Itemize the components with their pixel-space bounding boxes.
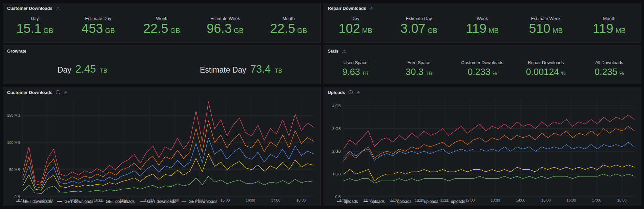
legend-item[interactable]: GET downloads <box>182 199 217 204</box>
stat-label: Week <box>156 16 167 21</box>
stat-unit: MB <box>362 27 372 34</box>
legend-item[interactable]: uploads <box>337 199 358 204</box>
stat-label: Week <box>477 16 488 21</box>
legend-item[interactable]: GET downloads <box>99 199 134 204</box>
panel-title[interactable]: Customer Downloads <box>7 90 53 95</box>
legend-label: GET downloads <box>147 199 176 204</box>
time-series-chart[interactable]: 0 B50 MB100 MB150 MB07:0008:0009:0010:00… <box>6 96 318 198</box>
legend-swatch-icon <box>417 201 422 202</box>
stat-day: Day 2.45 TB <box>3 63 162 75</box>
panel-title[interactable]: Growrate <box>7 49 26 54</box>
stat-label: Month <box>283 16 295 21</box>
legend-swatch-icon <box>363 201 368 202</box>
warning-icon[interactable]: ⚠ <box>64 90 68 95</box>
legend-swatch-icon <box>182 201 186 202</box>
stat-unit: % <box>493 71 497 76</box>
stat-value: 9.63TB <box>342 67 369 77</box>
stat-label: Estimate Week <box>531 16 560 21</box>
series-line <box>23 138 314 188</box>
legend-swatch-icon <box>444 201 449 202</box>
stat-row: Day 2.45 TB Estimate Day 73.4 TB <box>3 54 320 84</box>
stat-used-space: Used Space 9.63TB <box>324 60 387 77</box>
stat-unit: MB <box>616 27 626 34</box>
svg-text:1 GB: 1 GB <box>332 172 340 176</box>
legend-item[interactable]: uploads <box>417 199 438 204</box>
stat-month: Month 22.5GB <box>257 16 320 36</box>
stat-estimate-day: Estimate Day 73.4 TB <box>162 63 320 75</box>
legend-item[interactable]: GET downloads <box>57 199 93 204</box>
series-line <box>23 176 314 193</box>
stat-value: 3.07GB <box>400 22 437 36</box>
stat-value: 0.235% <box>595 67 624 77</box>
stat-number: 96.3 <box>207 22 232 36</box>
panel-customer-downloads-stats: Customer Downloads ⚠ Day 15.1GB Estimate… <box>3 3 321 43</box>
stat-number: 510 <box>529 22 550 36</box>
stat-number: 30.3 <box>406 67 424 77</box>
panel-stats: Stats ⚠ Used Space 9.63TB Free Space 30.… <box>324 45 642 84</box>
panel-header: Customer Downloads ⚠ <box>3 3 320 12</box>
warning-icon[interactable]: ⚠ <box>356 90 361 95</box>
stat-customer-downloads: Customer Downloads 0.233% <box>451 60 514 77</box>
stat-estimate-week: Estimate Week 510MB <box>514 16 577 36</box>
panel-title[interactable]: Stats <box>328 49 339 54</box>
legend-swatch-icon <box>99 201 103 202</box>
stat-number: 102 <box>338 22 360 36</box>
stat-unit: TB <box>362 71 369 76</box>
stat-number: 0.00124 <box>526 67 559 77</box>
stat-number: 0.233 <box>468 67 491 77</box>
stat-month: Month 119MB <box>578 16 641 36</box>
stat-label: Month <box>603 16 615 21</box>
stat-label: Estimate Day <box>85 16 111 21</box>
stat-unit: GB <box>234 27 244 34</box>
svg-text:100 MB: 100 MB <box>7 140 20 145</box>
warning-icon[interactable]: ⚠ <box>56 6 60 11</box>
stat-unit: GB <box>170 27 180 34</box>
series-line <box>344 174 635 183</box>
legend-label: uploads <box>344 199 358 204</box>
legend-label: uploads <box>424 199 438 204</box>
panel-title[interactable]: Repair Downloads <box>328 6 366 11</box>
series-line <box>23 154 314 190</box>
stat-unit: % <box>619 71 624 76</box>
chart-legend: GET downloadsGET downloadsGET downloadsG… <box>6 198 318 204</box>
warning-icon[interactable]: ⚠ <box>370 6 374 11</box>
legend-item[interactable]: GET downloads <box>140 199 176 204</box>
stat-label: Day <box>58 65 71 75</box>
stat-day: Day 102MB <box>324 16 387 36</box>
info-icon[interactable]: ⓘ <box>349 90 353 95</box>
panel-title[interactable]: Uploads <box>328 90 345 95</box>
stat-label: Customer Downloads <box>461 60 503 65</box>
stat-repair-downloads: Repair Downloads 0.00124% <box>514 60 577 77</box>
time-series-chart[interactable]: 0 B1 GB2 GB3 GB4 GB07:0008:0009:0010:001… <box>327 96 639 198</box>
stat-all-downloads: All Downloads 0.235% <box>578 60 641 77</box>
stat-estimate-week: Estimate Week 96.3GB <box>193 16 257 36</box>
legend-label: GET downloads <box>64 199 93 204</box>
panel-title[interactable]: Customer Downloads <box>7 6 53 11</box>
stat-unit: GB <box>297 27 307 34</box>
stat-number: 3.07 <box>400 22 425 36</box>
stat-value: 510MB <box>529 22 562 36</box>
legend-label: uploads <box>451 199 465 204</box>
legend-item[interactable]: uploads <box>363 199 385 204</box>
stat-number: 119 <box>466 22 486 36</box>
legend-item[interactable]: uploads <box>444 199 465 204</box>
stat-unit: % <box>561 71 565 76</box>
stat-value: 119MB <box>466 22 499 36</box>
stat-number: 453 <box>82 22 103 36</box>
stat-free-space: Free Space 30.3TB <box>387 60 451 77</box>
legend-item[interactable]: uploads <box>390 199 412 204</box>
info-icon[interactable]: ⓘ <box>56 90 60 95</box>
stat-label: Repair Downloads <box>528 60 564 65</box>
panel-repair-downloads-stats: Repair Downloads ⚠ Day 102MB Estimate Da… <box>324 3 642 43</box>
stat-row: Day 15.1GB Estimate Day 453GB Week 22.5G… <box>3 12 320 42</box>
stat-value: 453GB <box>82 22 115 36</box>
stat-unit: MB <box>489 27 499 34</box>
legend-item[interactable]: GET downloads <box>16 199 52 204</box>
legend-label: uploads <box>397 199 412 204</box>
warning-icon[interactable]: ⚠ <box>342 49 346 54</box>
stat-value: 22.5GB <box>270 22 307 36</box>
stat-week: Week 119MB <box>451 16 514 36</box>
stat-value: 22.5GB <box>143 22 180 36</box>
panel-uploads-chart: Uploads ⓘ ⚠ 0 B1 GB2 GB3 GB4 GB07:0008:0… <box>324 87 642 206</box>
stat-unit: MB <box>553 27 563 34</box>
